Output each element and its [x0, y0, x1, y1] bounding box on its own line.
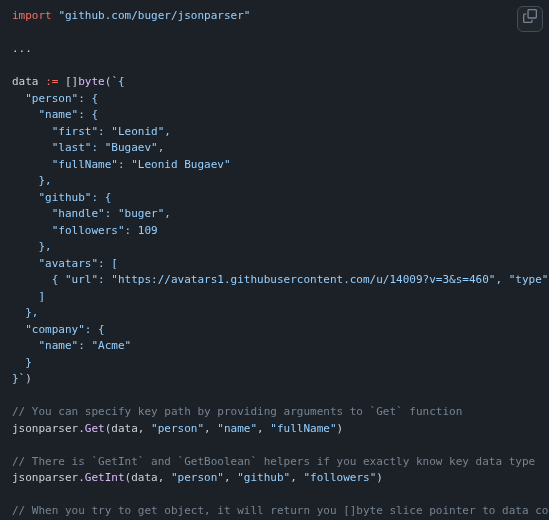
code-token: (data,	[105, 422, 151, 435]
code-token: "handle": "buger",	[12, 207, 171, 220]
code-token: ,	[224, 471, 237, 484]
code-token: ...	[12, 42, 32, 55]
code-line: "person": {	[12, 92, 98, 105]
code-token: ]	[12, 290, 45, 303]
code-token: "followers"	[303, 471, 376, 484]
code-token: "avatars": [	[12, 257, 118, 270]
code-token: "github": {	[12, 191, 111, 204]
code-token: import	[12, 9, 52, 22]
code-token: "first": "Leonid",	[12, 125, 171, 138]
code-token: "name"	[217, 422, 257, 435]
code-line: "name": {	[12, 108, 98, 121]
code-token: []	[58, 75, 78, 88]
code-token: },	[12, 174, 52, 187]
code-line: },	[12, 240, 52, 253]
code-token: ,	[290, 471, 303, 484]
code-token: "name": "Acme"	[12, 339, 131, 352]
code-token: )	[376, 471, 383, 484]
copy-icon	[523, 9, 537, 29]
code-token: )	[25, 372, 32, 385]
code-token: },	[12, 240, 52, 253]
code-token: "fullName"	[270, 422, 336, 435]
code-line: "name": "Acme"	[12, 339, 131, 352]
code-line: "followers": 109	[12, 224, 158, 237]
code-token: }	[12, 356, 32, 369]
code-token: (data,	[125, 471, 171, 484]
code-token: data	[12, 75, 45, 88]
code-line: "fullName": "Leonid Bugaev"	[12, 158, 231, 171]
code-token: )	[337, 422, 344, 435]
code-line: { "url": "https://avatars1.githubusercon…	[12, 273, 549, 286]
code-token: }`	[12, 372, 25, 385]
code-token: byte	[78, 75, 105, 88]
code-token: "person"	[171, 471, 224, 484]
code-token: // You can specify key path by providing…	[12, 405, 462, 418]
code-line: data := []byte(`{	[12, 75, 125, 88]
code-line: "last": "Bugaev",	[12, 141, 164, 154]
code-token: "person": {	[12, 92, 98, 105]
copy-button[interactable]	[517, 6, 543, 32]
code-token: },	[12, 306, 39, 319]
code-line: }`)	[12, 372, 32, 385]
code-token: "company": {	[12, 323, 105, 336]
code-line: },	[12, 306, 39, 319]
code-token: // When you try to get object, it will r…	[12, 504, 549, 517]
code-line: ...	[12, 42, 32, 55]
code-line: import "github.com/buger/jsonparser"	[12, 9, 250, 22]
code-line: "avatars": [	[12, 257, 118, 270]
code-token: "github.com/buger/jsonparser"	[58, 9, 250, 22]
code-token: ,	[257, 422, 270, 435]
code-line: ]	[12, 290, 45, 303]
code-line: // When you try to get object, it will r…	[12, 504, 549, 517]
code-token: "name": {	[12, 108, 98, 121]
code-content: import "github.com/buger/jsonparser" ...…	[12, 8, 537, 520]
code-token: "followers": 109	[12, 224, 158, 237]
code-line: "github": {	[12, 191, 111, 204]
code-token: GetInt	[85, 471, 125, 484]
code-token: "last": "Bugaev",	[12, 141, 164, 154]
code-token: Get	[85, 422, 105, 435]
code-line: jsonparser.GetInt(data, "person", "githu…	[12, 471, 383, 484]
code-line: jsonparser.Get(data, "person", "name", "…	[12, 422, 343, 435]
code-line: "handle": "buger",	[12, 207, 171, 220]
code-line: "company": {	[12, 323, 105, 336]
code-token: { "url": "https://avatars1.githubusercon…	[12, 273, 549, 286]
code-line: // You can specify key path by providing…	[12, 405, 462, 418]
code-token: // There is `GetInt` and `GetBoolean` he…	[12, 455, 535, 468]
code-line: "first": "Leonid",	[12, 125, 171, 138]
code-line: },	[12, 174, 52, 187]
code-line: }	[12, 356, 32, 369]
code-token: "github"	[237, 471, 290, 484]
code-token: jsonparser.	[12, 471, 85, 484]
code-token: "person"	[151, 422, 204, 435]
code-line: // There is `GetInt` and `GetBoolean` he…	[12, 455, 535, 468]
code-token: "fullName": "Leonid Bugaev"	[12, 158, 231, 171]
code-token: ,	[204, 422, 217, 435]
code-token: `{	[111, 75, 124, 88]
code-token: :=	[45, 75, 58, 88]
code-token: jsonparser.	[12, 422, 85, 435]
code-block: import "github.com/buger/jsonparser" ...…	[0, 0, 549, 520]
